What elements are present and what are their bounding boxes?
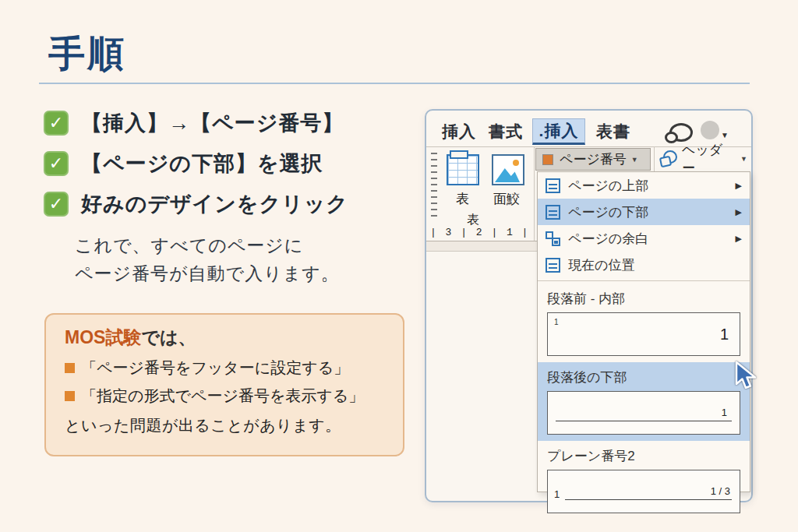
check-icon: ✓	[44, 192, 69, 217]
header-button[interactable]: ヘッダー ▼	[660, 148, 747, 170]
step-label: 【挿入】→【ページ番号】	[81, 109, 344, 137]
page-margin-icon	[546, 231, 560, 246]
table-icon-tab	[450, 150, 468, 159]
image-button-label: 面鮫	[493, 190, 520, 208]
menu-item-label: 現在の位置	[568, 256, 742, 274]
word-screenshot-panel: 挿入 書式 .挿入 表書 ▼ 表 面鮫 表 | 3 | 2 | 1 | 10	[425, 109, 753, 502]
doc-lines-icon	[546, 258, 560, 273]
result-note-line: これで、すべてのページに	[75, 234, 303, 258]
mos-bullet-text: 「指定の形式でページ番号を表示する」	[81, 386, 364, 407]
submenu-arrow-icon: ▶	[736, 181, 742, 191]
mos-closing-text: といった問題が出ることがあります。	[65, 415, 384, 436]
preview-underline	[556, 421, 732, 421]
menu-item-label: ページの余白	[568, 230, 736, 248]
page-number-swatch-icon	[542, 154, 553, 165]
page-number-preview[interactable]: 1	[547, 391, 740, 435]
preview-number: 1	[720, 326, 729, 344]
ribbon-tab[interactable]: 書式	[489, 118, 523, 145]
horizontal-ruler: | 3 | 2 | 1 | 10	[430, 227, 553, 238]
chevron-down-icon: ▼	[631, 156, 638, 164]
ribbon-tab[interactable]: 表書	[596, 118, 630, 145]
submenu-arrow-icon: ▶	[736, 207, 742, 217]
menu-item-label: ページの上部	[568, 177, 736, 195]
ribbon-tab-insert-selected[interactable]: .挿入	[532, 118, 585, 145]
page-title: 手順	[48, 30, 126, 79]
mos-bullet: 「ページ番号をフッターに設定する」	[65, 358, 384, 379]
document-edge-line	[426, 251, 537, 252]
gallery-label: 段落前 - 内部	[547, 290, 740, 308]
mos-bullet-text: 「ページ番号をフッターに設定する」	[81, 358, 349, 379]
step-label: 好みのデザインをクリック	[81, 190, 348, 218]
page-number-preview[interactable]: 1 1 / 3	[547, 470, 740, 513]
preview-underline	[565, 499, 732, 500]
preview-number: 1	[554, 318, 559, 326]
gallery-section-highlighted[interactable]: 段落後の下部 1	[538, 362, 750, 441]
step-row: ✓ 【挿入】→【ページ番号】	[44, 107, 344, 139]
gallery-section[interactable]: 段落前 - 内部 1 1	[538, 284, 750, 362]
account-icon[interactable]: ▼	[701, 121, 729, 141]
checkmark-glyph: ✓	[49, 113, 63, 133]
margin-front-square	[552, 238, 560, 246]
menu-item-page-margins[interactable]: ページの余白 ▶	[538, 225, 750, 252]
submenu-arrow-icon: ▶	[736, 234, 742, 244]
page-number-preview[interactable]: 1 1	[547, 312, 740, 356]
mos-highlight: MOS試験	[65, 327, 141, 347]
checkmark-glyph: ✓	[49, 194, 63, 214]
chevron-down-icon: ▼	[721, 131, 729, 139]
gallery-label: プレーン番号2	[547, 447, 740, 465]
preview-number: 1 / 3	[711, 485, 730, 497]
page-number-button-label: ページ番号	[560, 150, 627, 168]
gallery-section[interactable]: プレーン番号2 1 1 / 3	[538, 441, 750, 520]
header-icon-square	[659, 156, 672, 168]
table-button-label: 表	[456, 190, 469, 208]
image-icon[interactable]	[492, 154, 524, 185]
title-divider	[39, 83, 750, 84]
gallery-label: 段落後の下部	[547, 368, 740, 386]
cursor-icon	[734, 361, 757, 389]
step-label: 【ページの下部】を選択	[81, 150, 323, 178]
ribbon-tab[interactable]: 挿入	[442, 118, 476, 145]
vertical-ruler	[431, 153, 437, 217]
doc-lines-icon	[546, 178, 560, 193]
bullet-square-icon	[65, 391, 75, 401]
page-number-menu: ページの上部 ▶ ページの下部 ▶ ページの余白 ▶ 現在の位置	[537, 171, 750, 492]
header-icon	[660, 150, 677, 167]
preview-number: 1	[722, 407, 727, 418]
menu-item-label: ページの下部	[568, 203, 736, 221]
mountain-shape	[495, 168, 520, 182]
document-edge-strip	[426, 241, 537, 251]
bullet-square-icon	[65, 363, 75, 373]
slide: 手順 ✓ 【挿入】→【ページ番号】 ✓ 【ページの下部】を選択 ✓ 好みのデザイ…	[0, 0, 798, 532]
check-icon: ✓	[44, 111, 69, 136]
button-divider	[654, 146, 655, 171]
preview-number: 1	[554, 488, 560, 500]
doc-lines-icon	[546, 205, 560, 220]
mos-heading-suffix: では、	[141, 327, 196, 347]
sun-shape	[513, 160, 519, 166]
menu-item-current-position[interactable]: 現在の位置	[538, 252, 750, 278]
result-note-line: ページ番号が自動で入ります。	[75, 262, 340, 286]
ribbon-group-label: 表	[467, 212, 479, 228]
menu-divider	[538, 280, 750, 281]
check-icon: ✓	[44, 151, 69, 176]
menu-item-bottom-of-page[interactable]: ページの下部 ▶	[538, 199, 750, 225]
menu-item-top-of-page[interactable]: ページの上部 ▶	[538, 172, 750, 199]
step-row: ✓ 好みのデザインをクリック	[44, 188, 348, 220]
mos-heading: MOS試験では、	[65, 326, 384, 350]
page-number-button[interactable]: ページ番号 ▼	[535, 148, 651, 171]
step-row: ✓ 【ページの下部】を選択	[44, 148, 323, 179]
avatar	[701, 121, 719, 139]
checkmark-glyph: ✓	[49, 153, 63, 174]
search-lens-small	[665, 132, 678, 143]
mos-bullet: 「指定の形式でページ番号を表示する」	[65, 386, 384, 407]
table-icon[interactable]	[447, 154, 479, 185]
mos-note-box: MOS試験では、 「ページ番号をフッターに設定する」 「指定の形式でページ番号を…	[44, 313, 404, 456]
chevron-down-icon: ▼	[740, 155, 747, 163]
